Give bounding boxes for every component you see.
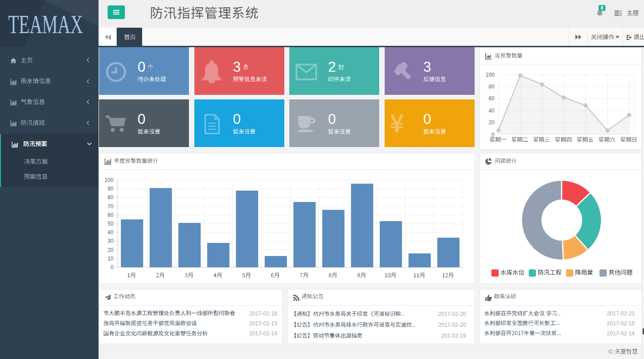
svg-text:0: 0 [491, 132, 495, 138]
svg-text:40: 40 [108, 229, 114, 236]
svg-text:30: 30 [108, 238, 114, 244]
svg-text:80: 80 [489, 84, 495, 90]
svg-text:100: 100 [104, 177, 114, 183]
svg-text:0: 0 [110, 264, 114, 270]
svg-text:20: 20 [489, 119, 495, 126]
svg-text:80: 80 [108, 194, 114, 201]
svg-text:90: 90 [108, 186, 114, 192]
svg-text:100: 100 [485, 72, 495, 78]
svg-text:40: 40 [489, 108, 495, 114]
svg-text:60: 60 [108, 212, 114, 218]
svg-text:10: 10 [108, 256, 114, 262]
svg-text:60: 60 [489, 95, 495, 102]
svg-text:50: 50 [108, 221, 114, 227]
svg-text:20: 20 [108, 247, 114, 253]
svg-text:70: 70 [108, 203, 114, 210]
